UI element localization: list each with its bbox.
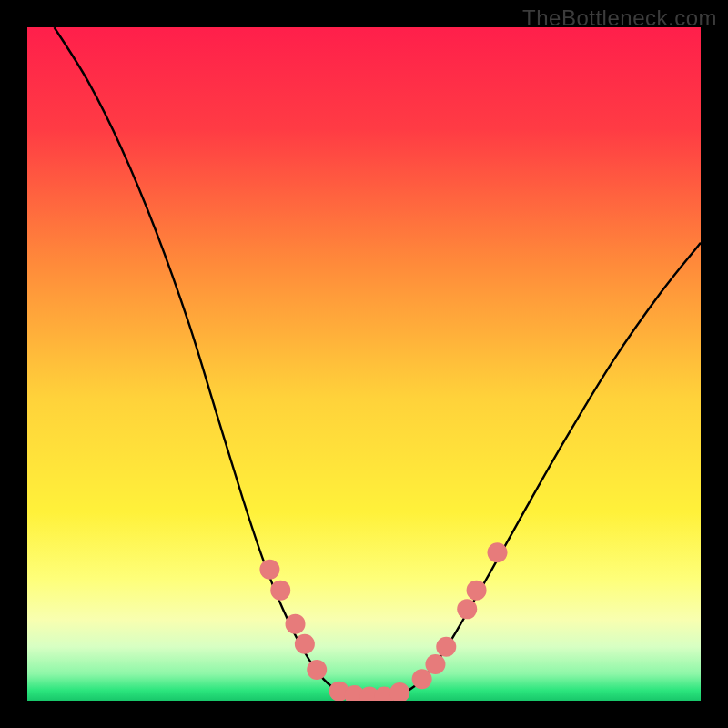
watermark-text: TheBottleneck.com — [522, 5, 717, 31]
curve-marker — [307, 660, 327, 680]
chart-frame — [27, 27, 701, 701]
curve-marker — [412, 669, 432, 689]
curve-marker — [295, 634, 315, 654]
curve-marker — [259, 560, 279, 580]
curve-marker — [286, 614, 306, 634]
chart-background — [27, 27, 701, 701]
curve-marker — [425, 654, 445, 674]
curve-marker — [270, 581, 290, 601]
bottleneck-chart — [27, 27, 701, 701]
curve-marker — [436, 637, 456, 657]
curve-marker — [467, 581, 487, 601]
curve-marker — [457, 599, 477, 619]
curve-marker — [488, 542, 508, 562]
